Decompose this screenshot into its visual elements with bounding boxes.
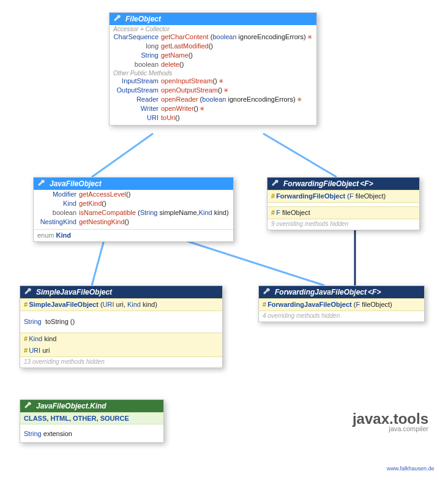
class-header: JavaFileObject	[34, 178, 233, 190]
method-row: CharSequencegetCharContent (boolean igno…	[110, 32, 316, 42]
class-title: JavaFileObject	[50, 179, 102, 188]
class-box-forwarding-java-file-object: ForwardingJavaFileObject <F> #Forwarding…	[258, 285, 425, 322]
wrench-icon	[24, 288, 32, 296]
wrench-icon	[37, 179, 46, 188]
svg-line-3	[184, 240, 324, 285]
class-header: JavaFileObject.Kind	[20, 400, 163, 412]
wrench-icon	[113, 15, 122, 23]
class-title: FileObject	[125, 15, 161, 23]
constructor-row: #ForwardingFileObject (F fileObject)	[267, 190, 419, 203]
method-row: String toString ()	[20, 316, 222, 328]
method-row: booleanisNameCompatible (String simpleNa…	[34, 208, 233, 217]
method-row: ReaderopenReader (boolean ignoreEncoding…	[110, 95, 316, 104]
method-row: OutputStreamopenOutputStream()✳	[110, 86, 316, 95]
class-box-file-object: FileObject Accessor + Collector CharSequ…	[109, 12, 317, 126]
svg-line-1	[263, 134, 337, 177]
method-row: ModifiergetAccessLevel()	[34, 190, 233, 199]
class-header: FileObject	[110, 13, 316, 25]
class-title: ForwardingFileObject	[283, 179, 359, 188]
credit-link[interactable]: www.falkhausen.de	[387, 465, 435, 472]
hidden-methods-note: 4 overriding methods hidden	[259, 311, 424, 322]
hidden-methods-note: 13 overriding methods hidden	[20, 357, 222, 367]
class-title: ForwardingJavaFileObject	[275, 288, 367, 296]
field-row: #URI uri	[20, 345, 222, 357]
class-box-java-file-object: JavaFileObject ModifiergetAccessLevel() …	[33, 177, 234, 242]
enum-row: enum Kind	[34, 229, 233, 241]
enum-values: CLASS, HTML, OTHER, SOURCE	[20, 412, 163, 424]
wrench-icon	[263, 288, 271, 296]
generic-param: <F>	[367, 288, 381, 296]
method-row: booleandelete()	[110, 60, 316, 69]
class-title: SimpleJavaFileObject	[36, 288, 112, 296]
class-header: ForwardingFileObject <F>	[267, 178, 419, 190]
class-box-simple-java-file-object: SimpleJavaFileObject #SimpleJavaFileObje…	[20, 285, 223, 368]
svg-line-0	[92, 134, 153, 177]
method-row: longgetLastModified()	[110, 42, 316, 51]
method-row: NestingKindgetNestingKind()	[34, 217, 233, 229]
package-title: javax.tools java.compiler	[312, 410, 428, 432]
method-row: StringgetName()	[110, 51, 316, 60]
class-box-kind-enum: JavaFileObject.Kind CLASS, HTML, OTHER, …	[20, 399, 164, 443]
class-box-forwarding-file-object: ForwardingFileObject <F> #ForwardingFile…	[267, 177, 420, 230]
wrench-icon	[271, 179, 280, 188]
svg-line-2	[92, 240, 104, 285]
section-label-other: Other Public Methods	[110, 69, 316, 77]
method-row: KindgetKind()	[34, 199, 233, 208]
method-row: URItoUri()	[110, 113, 316, 125]
field-row: String extension	[20, 428, 163, 442]
method-row: InputStreamopenInputStream()✳	[110, 77, 316, 86]
generic-param: <F>	[359, 179, 373, 188]
field-row: #Kind kind	[20, 333, 222, 345]
class-title: JavaFileObject.Kind	[36, 402, 106, 410]
hidden-methods-note: 9 overriding methods hidden	[267, 219, 419, 230]
constructor-row: #SimpleJavaFileObject (URI uri, Kind kin…	[20, 298, 222, 311]
class-header: ForwardingJavaFileObject <F>	[259, 286, 424, 298]
method-row: WriteropenWriter()✳	[110, 104, 316, 113]
wrench-icon	[24, 402, 32, 410]
section-label-accessor: Accessor + Collector	[110, 25, 316, 32]
constructor-row: #ForwardingJavaFileObject (F fileObject)	[259, 298, 424, 311]
field-row: #F fileObject	[267, 206, 419, 219]
class-header: SimpleJavaFileObject	[20, 286, 222, 298]
